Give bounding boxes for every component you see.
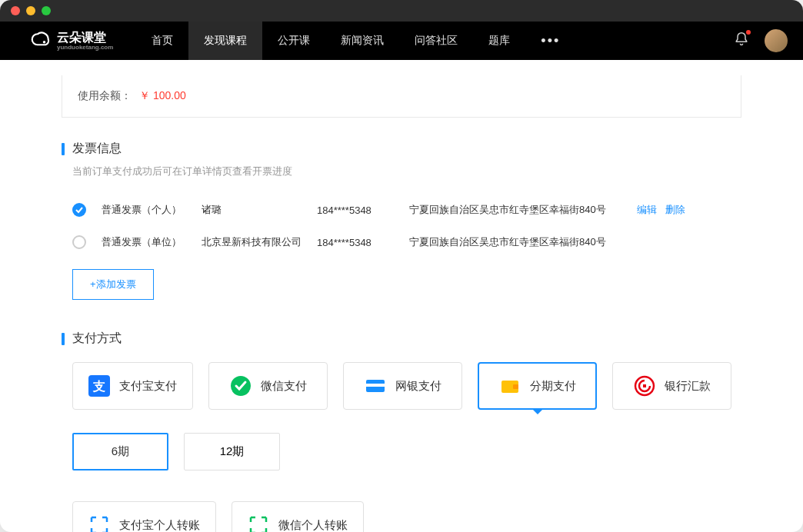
pay-method-wechat[interactable]: 微信支付 — [208, 362, 328, 410]
svg-rect-5 — [366, 384, 385, 387]
nav-qa-community[interactable]: 问答社区 — [399, 22, 473, 60]
invoice-name: 北京昱新科技有限公司 — [202, 235, 302, 249]
svg-rect-7 — [513, 384, 518, 389]
close-window-button[interactable] — [11, 6, 20, 15]
invoice-row-personal[interactable]: 普通发票（个人） 诸璐 184****5348 宁夏回族自治区吴忠市红寺堡区幸福… — [62, 194, 741, 226]
logo-text: 云朵课堂 — [57, 32, 113, 44]
main-navbar: 云朵课堂 yunduoketang.com 首页 发现课程 公开课 新闻资讯 问… — [0, 22, 803, 60]
invoice-actions: 编辑 删除 — [637, 203, 692, 217]
nav-more-icon[interactable]: ••• — [525, 22, 575, 60]
nav-right — [734, 29, 788, 52]
add-invoice-button[interactable]: +添加发票 — [72, 269, 154, 300]
scan-alipay-icon — [88, 514, 110, 532]
user-avatar[interactable] — [765, 29, 788, 52]
logo[interactable]: 云朵课堂 yunduoketang.com — [31, 30, 113, 52]
bank-icon — [634, 375, 655, 397]
period-6[interactable]: 6期 — [72, 433, 168, 470]
payment-section: 支付方式 支 支付宝支付 微信支付 — [62, 331, 741, 532]
radio-selected-icon[interactable] — [72, 203, 86, 217]
transfer-alipay-personal[interactable]: 支付宝个人转账 — [72, 501, 216, 532]
notification-badge — [746, 30, 751, 35]
invoice-section-desc: 当前订单支付成功后可在订单详情页查看开票进度 — [62, 165, 741, 178]
invoice-type: 普通发票（个人） — [102, 203, 186, 217]
section-bar-icon — [62, 143, 65, 155]
svg-point-0 — [43, 41, 46, 44]
balance-value: ￥ 100.00 — [139, 89, 186, 103]
invoice-address: 宁夏回族自治区吴忠市红寺堡区幸福街840号 — [409, 203, 606, 217]
period-12[interactable]: 12期 — [184, 433, 280, 470]
delete-invoice-link[interactable]: 删除 — [665, 204, 685, 215]
balance-box: 使用余额： ￥ 100.00 — [62, 75, 741, 118]
transfer-wechat-personal[interactable]: 微信个人转账 — [232, 501, 364, 532]
wechat-icon — [230, 375, 252, 397]
invoice-phone: 184****5348 — [317, 237, 394, 248]
window-titlebar — [0, 0, 803, 22]
pay-method-bank-transfer[interactable]: 银行汇款 — [612, 362, 731, 410]
logo-subtitle: yunduoketang.com — [57, 44, 113, 51]
invoice-name: 诸璐 — [202, 203, 302, 217]
notifications-button[interactable] — [734, 32, 749, 50]
alipay-icon: 支 — [88, 375, 110, 397]
main-content: 使用余额： ￥ 100.00 发票信息 当前订单支付成功后可在订单详情页查看开票… — [0, 60, 803, 532]
balance-label: 使用余额： — [78, 89, 132, 103]
nav-open-courses[interactable]: 公开课 — [262, 22, 325, 60]
invoice-type: 普通发票（单位） — [102, 235, 186, 249]
unionpay-icon — [365, 375, 386, 397]
cloud-logo-icon — [31, 30, 52, 52]
nav-items: 首页 发现课程 公开课 新闻资讯 问答社区 题库 ••• — [136, 22, 575, 60]
scan-wechat-icon — [248, 514, 269, 532]
wallet-icon — [499, 375, 521, 397]
transfer-methods: 支付宝个人转账 微信个人转账 — [62, 501, 741, 532]
minimize-window-button[interactable] — [26, 6, 35, 15]
app-window: 云朵课堂 yunduoketang.com 首页 发现课程 公开课 新闻资讯 问… — [0, 0, 803, 532]
maximize-window-button[interactable] — [42, 6, 51, 15]
svg-rect-9 — [643, 384, 646, 387]
payment-methods: 支 支付宝支付 微信支付 网银支付 — [62, 362, 741, 410]
invoice-section-title: 发票信息 — [62, 141, 741, 157]
edit-invoice-link[interactable]: 编辑 — [637, 204, 657, 215]
radio-unselected-icon[interactable] — [72, 235, 86, 249]
invoice-address: 宁夏回族自治区吴忠市红寺堡区幸福街840号 — [409, 235, 606, 249]
payment-section-title: 支付方式 — [62, 331, 741, 347]
svg-text:支: 支 — [92, 380, 105, 393]
pay-method-alipay[interactable]: 支 支付宝支付 — [72, 362, 193, 410]
invoice-section: 发票信息 当前订单支付成功后可在订单详情页查看开票进度 普通发票（个人） 诸璐 … — [62, 141, 741, 300]
installment-periods: 6期 12期 — [62, 433, 741, 470]
section-bar-icon — [62, 333, 65, 345]
pay-method-unionpay[interactable]: 网银支付 — [343, 362, 462, 410]
nav-news[interactable]: 新闻资讯 — [325, 22, 399, 60]
invoice-phone: 184****5348 — [317, 204, 394, 216]
nav-home[interactable]: 首页 — [136, 22, 188, 60]
nav-discover-courses[interactable]: 发现课程 — [188, 22, 262, 60]
pay-method-installment[interactable]: 分期支付 — [478, 362, 597, 410]
invoice-row-company[interactable]: 普通发票（单位） 北京昱新科技有限公司 184****5348 宁夏回族自治区吴… — [62, 226, 741, 258]
nav-question-bank[interactable]: 题库 — [473, 22, 525, 60]
